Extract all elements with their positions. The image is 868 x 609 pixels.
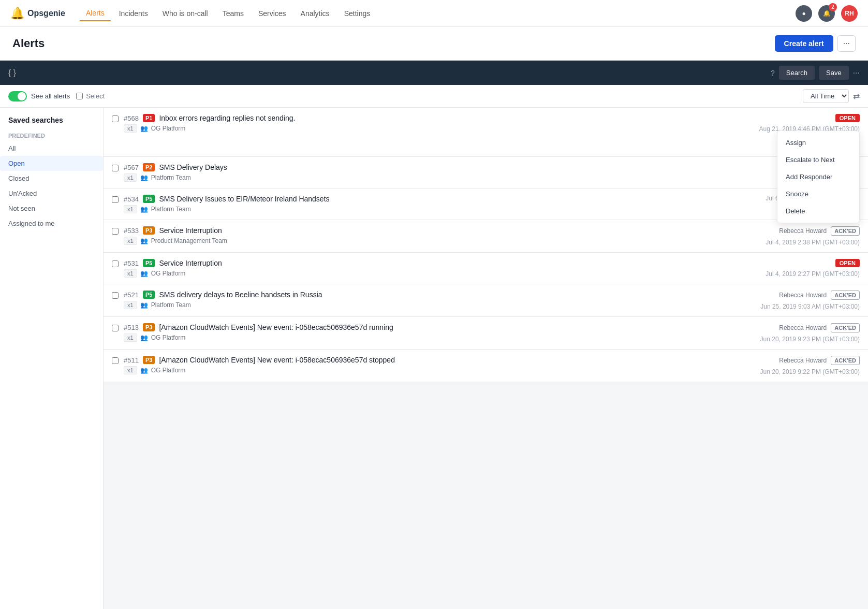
alert-top: #567 P2 SMS Delivery Delays — [124, 163, 710, 171]
alert-bottom: x1 👥 Platform Team — [124, 173, 710, 182]
alert-content: #513 P3 [Amazon CloudWatch Events] New e… — [124, 323, 710, 342]
sidebar-item-label: Un'Acked — [8, 190, 37, 197]
alert-title[interactable]: [Amazon CloudWatch Events] New event: i-… — [159, 356, 710, 364]
sidebar-item-closed[interactable]: Closed — [0, 171, 103, 186]
filter-button[interactable]: ⇄ — [853, 91, 860, 101]
team-icon: 👥 — [140, 125, 148, 132]
alert-title[interactable]: SMS Delivery Issues to EIR/Meteor Irelan… — [159, 195, 710, 203]
dropdown-assign[interactable]: Assign — [777, 134, 859, 151]
alert-title[interactable]: Service Interruption — [159, 259, 710, 267]
alert-content: #567 P2 SMS Delivery Delays x1 👥 Platfor… — [124, 163, 710, 182]
alert-team: OG Platform — [151, 334, 186, 341]
table-row: #534 P5 SMS Delivery Issues to EIR/Meteo… — [104, 189, 868, 220]
search-more-button[interactable]: ··· — [853, 68, 860, 78]
alert-team: OG Platform — [151, 367, 186, 374]
priority-badge: P5 — [143, 291, 155, 299]
alert-content: #568 P1 Inbox errors regarding replies n… — [124, 114, 710, 133]
alert-title[interactable]: [Amazon CloudWatch Events] New event: i-… — [159, 323, 710, 331]
page-more-button[interactable]: ··· — [837, 35, 856, 52]
alert-bottom: x1 👥 OG Platform — [124, 124, 710, 133]
table-row: #511 P3 [Amazon CloudWatch Events] New e… — [104, 350, 868, 382]
toggle-switch[interactable] — [8, 91, 27, 102]
alert-id: #533 — [124, 227, 139, 235]
alert-checkbox[interactable] — [112, 357, 119, 364]
select-all-input[interactable] — [76, 93, 83, 99]
alert-bottom: x1 👥 OG Platform — [124, 334, 710, 342]
alert-title[interactable]: SMS Delivery Delays — [159, 163, 710, 171]
sidebar-item-label: Assigned to me — [8, 220, 55, 227]
table-row: #513 P3 [Amazon CloudWatch Events] New e… — [104, 317, 868, 350]
alert-content: #534 P5 SMS Delivery Issues to EIR/Meteo… — [124, 195, 710, 213]
save-search-button[interactable]: Save — [819, 66, 849, 80]
alert-top: #533 P3 Service Interruption — [124, 226, 710, 235]
alert-checkbox[interactable] — [112, 292, 119, 299]
search-bar-actions: ? Search Save ··· — [771, 66, 860, 80]
alert-checkbox[interactable] — [112, 115, 119, 122]
nav-who-is-on-call[interactable]: Who is on-call — [156, 6, 214, 21]
dropdown-snooze[interactable]: Snooze — [777, 185, 859, 202]
sidebar-item-unacked[interactable]: Un'Acked — [0, 186, 103, 201]
alert-team: OG Platform — [151, 125, 186, 132]
nav-analytics[interactable]: Analytics — [295, 6, 336, 21]
dropdown-add-responder[interactable]: Add Responder — [777, 168, 859, 185]
alert-checkbox[interactable] — [112, 325, 119, 331]
alert-top: #531 P5 Service Interruption — [124, 259, 710, 267]
top-navigation: 🔔 Opsgenie Alerts Incidents Who is on-ca… — [0, 0, 868, 27]
alerts-list: #568 P1 Inbox errors regarding replies n… — [104, 108, 868, 609]
nav-settings[interactable]: Settings — [338, 6, 377, 21]
alert-assigned: Rebecca Howard — [779, 292, 827, 299]
alert-right: Rebecca Howard ACK'ED Jun 20, 2019 9:23 … — [715, 323, 860, 343]
alert-title[interactable]: Inbox errors regarding replies not sendi… — [159, 114, 710, 122]
search-bar: { } ? Search Save ··· — [0, 61, 868, 85]
alert-time: Jul 4, 2019 2:38 PM (GMT+03:00) — [766, 239, 860, 246]
nav-services[interactable]: Services — [252, 6, 292, 21]
nav-right: ● 🔔 2 RH — [796, 5, 858, 22]
alert-id: #531 — [124, 259, 139, 267]
sidebar-item-not-seen[interactable]: Not seen — [0, 201, 103, 216]
main-layout: Saved searches PREDEFINED All Open Close… — [0, 108, 868, 609]
create-alert-button[interactable]: Create alert — [775, 35, 833, 52]
sidebar-item-label: Not seen — [8, 205, 35, 212]
alert-assigned: Rebecca Howard — [779, 357, 827, 364]
alert-content: #521 P5 SMS delivery delays to Beeline h… — [124, 291, 710, 309]
search-help-button[interactable]: ? — [771, 69, 775, 77]
sidebar-item-assigned-to-me[interactable]: Assigned to me — [0, 216, 103, 231]
dropdown-escalate[interactable]: Escalate to Next — [777, 151, 859, 168]
team-icon: 👥 — [140, 301, 148, 309]
nav-teams[interactable]: Teams — [216, 6, 250, 21]
help-button[interactable]: ● — [796, 5, 812, 22]
status-badge: ACK'ED — [831, 226, 860, 236]
table-row: #521 P5 SMS delivery delays to Beeline h… — [104, 284, 868, 317]
dropdown-delete[interactable]: Delete — [777, 202, 859, 220]
alert-checkbox[interactable] — [112, 165, 119, 171]
alert-right: Rebecca Howard ACK'ED Jun 25, 2019 9:03 … — [715, 291, 860, 310]
alert-checkbox[interactable] — [112, 196, 119, 203]
alert-title[interactable]: SMS delivery delays to Beeline handsets … — [159, 291, 710, 299]
opsgenie-logo[interactable]: 🔔 Opsgenie — [10, 7, 65, 20]
alert-right: Rebecca Howard ACK'ED Jun 20, 2019 9:22 … — [715, 356, 860, 375]
alert-checkbox[interactable] — [112, 260, 119, 267]
alert-time: Jun 20, 2019 9:22 PM (GMT+03:00) — [760, 368, 860, 375]
user-avatar[interactable]: RH — [841, 5, 858, 22]
team-icon: 👥 — [140, 270, 148, 277]
search-input[interactable] — [21, 69, 766, 77]
notifications-button[interactable]: 🔔 2 — [818, 5, 835, 22]
sidebar-item-open[interactable]: Open — [0, 156, 103, 171]
select-all-checkbox[interactable]: Select — [76, 92, 105, 100]
time-filter-select[interactable]: All Time — [803, 89, 849, 103]
nav-incidents[interactable]: Incidents — [113, 6, 154, 21]
alert-checkbox[interactable] — [112, 228, 119, 235]
toolbar-left: See all alerts Select — [8, 91, 105, 102]
search-button[interactable]: Search — [779, 66, 815, 80]
alert-team: Platform Team — [151, 301, 191, 309]
sidebar-item-all[interactable]: All — [0, 141, 103, 156]
team-icon: 👥 — [140, 237, 148, 244]
alert-id: #511 — [124, 356, 139, 364]
alert-bottom: x1 👥 Platform Team — [124, 301, 710, 309]
nav-alerts[interactable]: Alerts — [80, 6, 111, 21]
alert-count: x1 — [124, 205, 137, 213]
alert-title[interactable]: Service Interruption — [159, 226, 710, 235]
alert-count: x1 — [124, 237, 137, 245]
alerts-toolbar: See all alerts Select All Time ⇄ — [0, 85, 868, 108]
team-icon: 👥 — [140, 174, 148, 181]
